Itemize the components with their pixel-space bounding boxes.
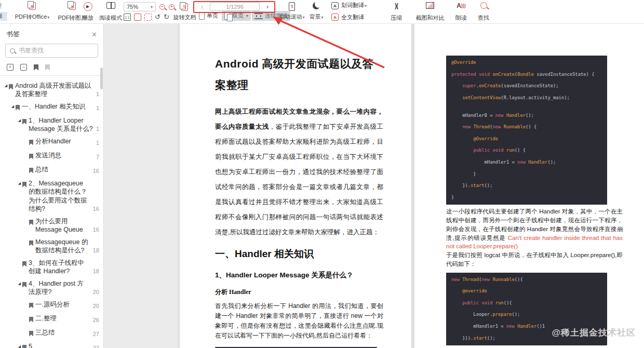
chevron-down-icon: ▾ xyxy=(365,4,367,8)
code-line: new Thread(new Runnable() { xyxy=(451,124,602,130)
crop-area-icon[interactable] xyxy=(144,14,152,21)
bookmark-label: 3、如何在子线程中创建 Handler? xyxy=(29,259,90,276)
code-line xyxy=(451,142,602,148)
pdf-to-image-icon: ▲ xyxy=(69,2,76,10)
code-line xyxy=(451,306,602,312)
bookmark-tree-item[interactable]: ◢4、Handler post 方法原理?20 xyxy=(0,277,102,298)
full-translate-icon: A xyxy=(331,14,339,21)
zoom-out-icon[interactable]: − xyxy=(159,4,165,10)
bookmark-icon xyxy=(29,329,33,339)
sidebar-scrollbar[interactable] xyxy=(100,68,103,89)
tree-expand-icon[interactable]: ◢ xyxy=(17,179,22,187)
code-line xyxy=(451,165,602,171)
auto-scroll-button[interactable]: ⇅ 启动滚动▾ xyxy=(275,0,308,23)
bookmark-tree-item[interactable]: Messagequeue 的数据结构是什么?18 xyxy=(0,236,102,257)
bookmark-tree-item[interactable]: 3、如何在子线程中创建 Handler?18 xyxy=(0,257,102,277)
rotate-doc-label[interactable]: 旋转文档 xyxy=(173,14,196,20)
code-line: @Override xyxy=(451,60,602,65)
code-line xyxy=(451,106,602,112)
bookmark-tree-item[interactable]: ◢Android 高级开发面试题以及答案整理1 xyxy=(0,79,102,100)
clipped-label-top: 型 xyxy=(0,2,7,10)
clipped-label-bottom[interactable]: 择 xyxy=(0,12,7,21)
next-page-button[interactable]: › xyxy=(264,3,271,10)
bookmark-label: 总结 xyxy=(35,165,90,174)
bookmark-search-input[interactable]: 书签查找 xyxy=(5,44,98,58)
zoom-level-select[interactable]: 75%▾ xyxy=(124,2,156,11)
tree-expand-icon[interactable]: ◢ xyxy=(3,82,9,89)
bookmark-page-number: 16 xyxy=(93,225,99,234)
toolbar-clipped-group: 型 择 xyxy=(0,0,7,23)
code-line: public void run() { xyxy=(451,148,602,153)
screenshot-compare-button[interactable]: 截图和对比 xyxy=(410,0,450,23)
play-button[interactable]: ▶ 播放 xyxy=(78,0,98,23)
word-translate-button[interactable]: A 划词翻译▾ xyxy=(331,2,367,9)
tree-expand-icon[interactable]: ◢ xyxy=(17,279,22,287)
bookmark-label: 5、 xyxy=(29,342,90,348)
close-icon[interactable]: ✕ xyxy=(91,31,97,38)
add-bookmark-icon[interactable] xyxy=(34,64,38,71)
rotate-ccw-icon[interactable]: ↺ xyxy=(155,14,160,21)
zoom-group: 75%▾ − + ↻ 1:1 ↺ ↻ 旋转文档 xyxy=(124,0,205,23)
read-aloud-button[interactable]: A))) 朗读 xyxy=(451,0,472,23)
bookmark-tree-item[interactable]: ◢5、27 xyxy=(0,340,102,348)
bookmark-tree-item[interactable]: 分析Handler1 xyxy=(0,135,102,149)
bookmark-tree-item[interactable]: 一.源码分析20 xyxy=(0,298,102,312)
bookmark-label: 为什么要用Message Queue xyxy=(35,217,90,234)
doc-paragraph-error: 这一小段程序代码主要创建了两个 Handler 对象，其中，一个在主线程中创建，… xyxy=(446,207,623,269)
zoom-in-icon[interactable]: + xyxy=(169,4,175,10)
doc-heading-1: 一、Handler 相关知识 xyxy=(215,247,383,261)
bookmark-tree-item[interactable]: 总结16 xyxy=(0,163,102,177)
doc-heading-2: 1、Handler Looper Message 关系是什么？ xyxy=(215,271,383,280)
code-line: setContentView(R.layout.activity_main); xyxy=(451,95,602,101)
chevron-down-icon: ▾ xyxy=(151,5,153,9)
code-line: } xyxy=(451,171,602,177)
auto-scroll-icon: ⇅ xyxy=(289,2,295,11)
full-translate-button[interactable]: A 全文翻译 xyxy=(331,14,364,21)
tree-expand-icon[interactable]: ◢ xyxy=(17,342,22,348)
tree-expand-icon[interactable]: ◢ xyxy=(17,116,22,124)
bookmark-icon xyxy=(29,301,33,311)
find-button[interactable]: 查找 xyxy=(474,0,493,23)
crop-icon[interactable] xyxy=(134,14,141,21)
document-canvas: Android 高级开发面试题以及答案整理 网上高级工程师面试相关文章鱼龙混杂，… xyxy=(104,24,644,348)
read-mode-button[interactable]: 阅读模式 xyxy=(97,0,125,23)
actual-size-icon[interactable]: 1:1 xyxy=(124,14,131,21)
bookmark-label: 二.整理 xyxy=(35,314,90,323)
bookmark-tree-item[interactable]: ◢1、Handler Looper Message 关系是什么?1 xyxy=(0,114,102,135)
bookmark-label: 2、Messagequeue 的数据结构是什么？为什么要用这个数据结构? xyxy=(29,179,90,213)
single-page-toggle[interactable]: 单页 xyxy=(196,11,221,21)
code-line xyxy=(451,130,602,136)
bookmark-tree-item[interactable]: 三总结27 xyxy=(0,326,102,340)
bookmark-page-number: 16 xyxy=(93,205,99,213)
bookmark-tree-item[interactable]: ◢2、Messagequeue 的数据结构是什么？为什么要用这个数据结构?16 xyxy=(0,177,102,215)
bookmark-label: 4、Handler post 方法原理? xyxy=(29,279,90,297)
collapse-all-icon[interactable]: − xyxy=(20,64,27,71)
double-page-toggle[interactable]: 双页▾ xyxy=(222,11,251,21)
page-number-input[interactable]: 1/1296 xyxy=(210,2,260,11)
bookmark-label: 一、Handler 相关知识 xyxy=(22,102,93,111)
compress-button[interactable]: )( 压缩 xyxy=(385,0,407,23)
code-line: @override xyxy=(451,288,602,294)
bookmark-tree-item[interactable]: 二.整理26 xyxy=(0,312,102,326)
pdf-page-right[interactable]: @Override protected void onCreate(Bundle… xyxy=(414,24,644,348)
bookmark-tree-item[interactable]: ◢一、Handler 相关知识1 xyxy=(0,100,102,114)
pdf-page-left[interactable]: Android 高级开发面试题以及答案整理 网上高级工程师面试相关文章鱼龙混杂，… xyxy=(180,24,411,348)
pdf-to-office-button[interactable]: w PDF转Office▾ xyxy=(11,0,53,23)
page-nav-group: ‹ 1/1296 › 单页 双页▾ 连续阅读 xyxy=(195,0,274,23)
bookmark-tree-item[interactable]: 发送消息7 xyxy=(0,149,102,163)
prev-page-button[interactable]: ‹ xyxy=(198,3,206,10)
expand-all-icon[interactable]: + xyxy=(7,64,14,71)
code-line xyxy=(451,101,602,106)
chevron-down-icon: ▾ xyxy=(47,15,49,20)
toolbar: 型 择 w PDF转Office▾ ▲ PDF转图片 ▶ 播放 阅读模式 75%… xyxy=(0,0,644,24)
code-line: }).start(); xyxy=(451,183,602,189)
code-line: mHandler1 = new Handler(); xyxy=(451,159,602,165)
rotate-cw-icon[interactable]: ↻ xyxy=(164,14,169,21)
bookmark-tree: ◢Android 高级开发面试题以及答案整理1◢一、Handler 相关知识1◢… xyxy=(0,76,103,348)
code-line: Looper.prepare(); xyxy=(451,312,602,317)
background-button[interactable]: 背景▾ xyxy=(304,0,328,23)
code-line: new Thread(new Runnable(){ xyxy=(451,277,602,283)
bookmark-tree-item[interactable]: 为什么要用Message Queue16 xyxy=(0,215,102,236)
rotate-doc-icon[interactable]: ↻ xyxy=(181,3,188,11)
tree-expand-icon[interactable]: ◢ xyxy=(10,102,16,110)
